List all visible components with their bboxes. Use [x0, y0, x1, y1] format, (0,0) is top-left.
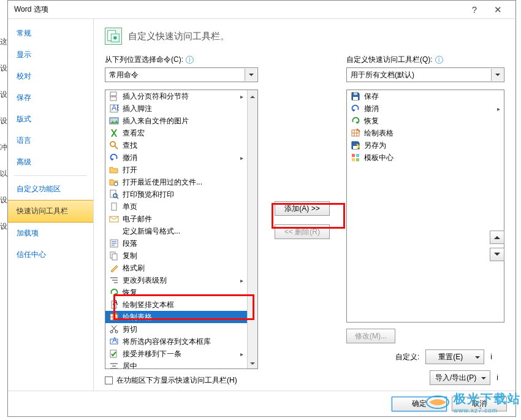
list-item[interactable]: 居中 — [105, 360, 247, 368]
svg-rect-37 — [110, 350, 116, 357]
accept-icon — [109, 349, 119, 359]
list-item-label: 查看宏 — [123, 128, 145, 139]
svg-text:A: A — [112, 337, 117, 345]
section-title: 自定义快速访问工具栏。 — [128, 31, 229, 42]
list-item[interactable]: A将所选内容保存到文本框库 — [105, 335, 247, 348]
bg-char: 设 — [0, 195, 7, 205]
sidebar-item-customize-ribbon[interactable]: 自定义功能区 — [8, 178, 93, 200]
cut-icon — [109, 324, 119, 334]
dialog-footer: 确定 取消 — [8, 391, 515, 416]
list-item[interactable]: 更改列表级别▸ — [105, 274, 247, 286]
svg-rect-23 — [112, 254, 117, 260]
import-export-button[interactable]: 导入/导出(P) — [430, 370, 490, 385]
list-item[interactable]: 定义新编号格式... — [105, 225, 247, 237]
list-item-label: 插入分页符和分节符 — [123, 91, 189, 102]
redo-icon — [351, 116, 360, 126]
list-item[interactable]: 模板中心 — [347, 151, 504, 164]
sidebar-item-general[interactable]: 常规 — [8, 23, 93, 44]
list-item[interactable]: 打开 — [105, 164, 247, 176]
list-item-label: 撤消 — [364, 104, 379, 114]
info-icon[interactable]: i — [435, 56, 443, 64]
saveas-icon — [351, 140, 360, 150]
list-item-label: 打开最近使用过的文件... — [123, 177, 202, 188]
list-item[interactable]: 格式刷 — [105, 262, 247, 274]
list-item[interactable]: 复制 — [105, 250, 247, 262]
move-down-button[interactable] — [490, 248, 504, 261]
move-up-button[interactable] — [490, 231, 504, 244]
reset-dropdown-button[interactable]: 重置(E) — [425, 349, 484, 364]
remove-button[interactable]: << 删除(R) — [275, 224, 330, 239]
list-item[interactable]: 插入分页符和分节符▸ — [105, 90, 247, 102]
list-item[interactable]: 打开最近使用过的文件... — [105, 176, 247, 188]
list-item[interactable]: A绘制竖排文本框 — [105, 299, 247, 311]
recent-icon — [109, 177, 119, 187]
list-item[interactable]: 段落 — [105, 237, 247, 250]
ok-button[interactable]: 确定 — [392, 397, 447, 411]
show-below-ribbon-checkbox[interactable] — [105, 376, 113, 384]
svg-rect-16 — [112, 203, 116, 210]
list-item-label: 插入脚注 — [123, 104, 152, 114]
undo-icon — [109, 153, 119, 162]
cancel-button[interactable]: 取消 — [452, 397, 507, 411]
list-item[interactable]: 剪切 — [105, 323, 247, 335]
info-icon[interactable]: i — [490, 353, 492, 361]
list-item-label: 模板中心 — [364, 153, 394, 163]
textbox-icon: A — [109, 337, 119, 346]
list-item[interactable]: 电子邮件 — [105, 213, 247, 225]
modify-button[interactable]: 修改(M)... — [346, 329, 395, 343]
sidebar-item-qat[interactable]: 快速访问工具栏 — [8, 200, 93, 223]
list-item[interactable]: 查找 — [105, 139, 247, 151]
list-item[interactable]: 另存为 — [347, 139, 504, 151]
list-item[interactable]: 查看宏 — [105, 127, 247, 139]
scroll-down-button[interactable] — [248, 358, 257, 368]
table-icon — [351, 128, 360, 138]
list-item-label: 剪切 — [123, 324, 137, 335]
submenu-indicator-icon: ▸ — [497, 105, 500, 112]
page-break-icon — [109, 91, 119, 101]
list-item[interactable]: 绘制表格 — [105, 311, 247, 323]
list-item[interactable]: 恢复 — [105, 286, 247, 299]
qat-scope-dropdown[interactable]: 用于所有文档(默认) — [346, 67, 504, 82]
sidebar-separator — [14, 175, 87, 176]
sidebar-item-save[interactable]: 保存 — [8, 87, 93, 109]
commands-listbox[interactable]: 插入分页符和分节符▸AB¹插入脚注插入来自文件的图片查看宏查找撤消▸打开打开最近… — [105, 90, 258, 369]
svg-rect-50 — [352, 158, 355, 161]
list-item[interactable]: 单页 — [105, 200, 247, 213]
scrollbar[interactable] — [247, 90, 257, 368]
qat-listbox[interactable]: 保存撤消▸恢复绘制表格另存为模板中心 — [346, 90, 504, 323]
sidebar-item-language[interactable]: 语言 — [8, 130, 93, 151]
help-button[interactable]: ? — [465, 1, 484, 18]
sidebar-item-display[interactable]: 显示 — [8, 44, 93, 66]
sidebar-item-layout[interactable]: 版式 — [8, 109, 93, 130]
scroll-track[interactable] — [248, 101, 257, 358]
list-item[interactable]: 恢复 — [347, 115, 504, 127]
list-item-label: 绘制表格 — [364, 128, 394, 139]
scroll-up-button[interactable] — [248, 90, 257, 101]
list-item[interactable]: 保存 — [347, 90, 504, 102]
sidebar-item-addins[interactable]: 加载项 — [8, 223, 93, 244]
svg-point-34 — [115, 330, 118, 333]
preview-icon — [109, 189, 119, 199]
sidebar-item-proofing[interactable]: 校对 — [8, 66, 93, 87]
svg-rect-41 — [353, 97, 358, 100]
open-icon — [109, 165, 119, 175]
close-button[interactable]: ✕ — [484, 1, 512, 18]
info-icon[interactable]: i — [496, 373, 498, 382]
list-item[interactable]: 撤消▸ — [105, 151, 247, 164]
sidebar-item-trust[interactable]: 信任中心 — [8, 244, 93, 265]
list-item[interactable]: 绘制表格 — [347, 127, 504, 139]
choose-from-dropdown[interactable]: 常用命令 — [105, 67, 258, 82]
add-button[interactable]: 添加(A) >> — [275, 201, 330, 216]
list-item[interactable]: AB¹插入脚注 — [105, 102, 247, 115]
svg-text:AB¹: AB¹ — [112, 104, 119, 112]
list-item-label: 绘制竖排文本框 — [123, 300, 174, 310]
info-icon[interactable]: i — [186, 56, 194, 64]
list-item[interactable]: 撤消▸ — [347, 102, 504, 115]
list-item[interactable]: 接受并移到下一条▸ — [105, 348, 247, 360]
list-item[interactable]: 插入来自文件的图片 — [105, 115, 247, 127]
sidebar-item-advanced[interactable]: 高级 — [8, 151, 93, 173]
list-item[interactable]: 打印预览和打印 — [105, 188, 247, 200]
find-icon — [109, 140, 119, 150]
main-panel: 自定义快速访问工具栏。 从下列位置选择命令(C):i 常用命令 插入分页符和分节… — [94, 19, 515, 391]
page-icon — [109, 202, 119, 212]
